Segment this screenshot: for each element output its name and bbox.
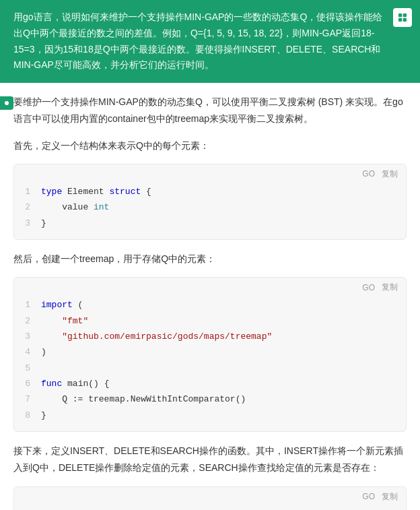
code-line: 3 } bbox=[22, 216, 398, 231]
code-body-1: 1 type Element struct { 2 value int 3 } bbox=[14, 184, 406, 239]
intro-paragraph-2: 首先，定义一个结构体来表示Q中的每个元素： bbox=[13, 137, 407, 154]
code-header-2: GO 复制 bbox=[14, 278, 406, 297]
svg-rect-0 bbox=[398, 13, 402, 17]
avatar-icon bbox=[393, 8, 412, 27]
code-block-1: GO 复制 1 type Element struct { 2 value in… bbox=[13, 164, 407, 240]
banner-text: 用go语言，说明如何来维护一个支持操作MIN-GAP的一些数的动态集Q，使得该操… bbox=[13, 11, 382, 70]
copy-button-2[interactable]: 复制 bbox=[382, 282, 398, 293]
intro-paragraph-1: 要维护一个支持操作MIN-GAP的数的动态集Q，可以使用平衡二叉搜索树 (BST… bbox=[13, 94, 407, 127]
code-line: 6 func main() { bbox=[22, 376, 398, 391]
code-header-3: GO 复制 bbox=[14, 487, 406, 507]
code-line: 1 import ( bbox=[22, 297, 398, 313]
code-line: 5 bbox=[22, 360, 398, 376]
code-line: 2 value int bbox=[22, 199, 398, 215]
svg-point-4 bbox=[5, 101, 9, 105]
code-lang-2: GO bbox=[362, 283, 375, 292]
code-lang-1: GO bbox=[362, 169, 375, 179]
code-block-2: GO 复制 1 import ( 2 "fmt" 3 "github.com/e… bbox=[13, 277, 407, 432]
svg-rect-3 bbox=[403, 18, 407, 22]
code-line: 8 } bbox=[22, 408, 398, 423]
intro-paragraph-4: 接下来，定义INSERT、DELETE和SEARCH操作的函数。其中，INSER… bbox=[13, 443, 407, 476]
code-body-3: 1 func Insert(Q *treemap.Map, value int)… bbox=[14, 507, 406, 510]
svg-rect-1 bbox=[403, 13, 407, 17]
code-line: 1 type Element struct { bbox=[22, 184, 398, 199]
copy-button-3[interactable]: 复制 bbox=[382, 491, 398, 503]
copy-button-1[interactable]: 复制 bbox=[382, 168, 398, 180]
code-line: 3 "github.com/emirpasic/gods/maps/treema… bbox=[22, 329, 398, 344]
code-lang-3: GO bbox=[362, 492, 375, 501]
code-block-3: GO 复制 1 func Insert(Q *treemap.Map, valu… bbox=[13, 486, 407, 510]
code-line: 7 Q := treemap.NewWithIntComparator() bbox=[22, 391, 398, 407]
intro-paragraph-3: 然后，创建一个treemap，用于存储Q中的元素： bbox=[13, 251, 407, 267]
svg-rect-2 bbox=[398, 18, 402, 22]
code-line: 4 ) bbox=[22, 344, 398, 360]
content-area: 要维护一个支持操作MIN-GAP的数的动态集Q，可以使用平衡二叉搜索树 (BST… bbox=[0, 83, 420, 510]
code-line: 2 "fmt" bbox=[22, 313, 398, 329]
code-header-1: GO 复制 bbox=[14, 164, 406, 184]
top-banner: 用go语言，说明如何来维护一个支持操作MIN-GAP的一些数的动态集Q，使得该操… bbox=[0, 0, 420, 83]
sidebar-indicator bbox=[0, 96, 13, 110]
code-line: 1 func Insert(Q *treemap.Map, value int)… bbox=[22, 507, 398, 510]
code-body-2: 1 import ( 2 "fmt" 3 "github.com/emirpas… bbox=[14, 297, 406, 431]
